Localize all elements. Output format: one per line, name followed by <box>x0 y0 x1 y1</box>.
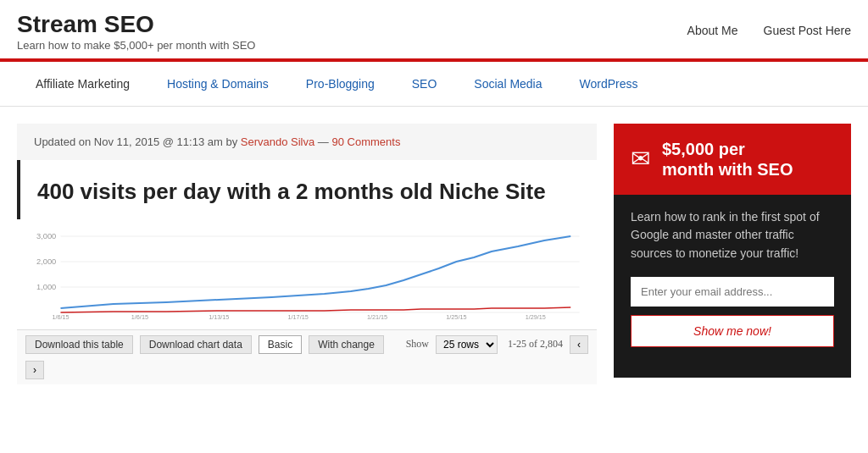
header-navigation: About Me Guest Post Here <box>687 24 851 37</box>
rows-select[interactable]: 25 rows <box>436 335 498 354</box>
main-layout: Updated on Nov 11, 2015 @ 11:13 am by Se… <box>0 107 868 384</box>
main-navigation: Affiliate Marketing Hosting & Domains Pr… <box>0 62 868 107</box>
by-text: by <box>225 135 240 148</box>
chart-range: 1-25 of 2,804 <box>508 338 563 351</box>
svg-text:1,000: 1,000 <box>36 283 56 291</box>
traffic-chart: 3,000 2,000 1,000 1/6/15 1/6/15 1/13/15 … <box>25 228 588 321</box>
download-table-button[interactable]: Download this table <box>25 335 133 354</box>
guest-post-link[interactable]: Guest Post Here <box>764 24 852 37</box>
widget-description: Learn how to rank in the first spot of G… <box>631 208 834 263</box>
widget-header: ✉ $5,000 per month with SEO <box>614 124 851 195</box>
svg-text:1/17/15: 1/17/15 <box>288 314 309 321</box>
download-chart-button[interactable]: Download chart data <box>140 335 252 354</box>
email-input[interactable] <box>631 277 834 307</box>
svg-text:1/13/15: 1/13/15 <box>209 314 229 321</box>
about-me-link[interactable]: About Me <box>687 24 738 37</box>
svg-text:1/29/15: 1/29/15 <box>526 314 546 321</box>
with-change-button[interactable]: With change <box>309 335 384 354</box>
meta-separator: — <box>318 135 332 148</box>
svg-text:1/6/15: 1/6/15 <box>52 314 69 321</box>
nav-hosting-domains[interactable]: Hosting & Domains <box>148 62 287 106</box>
email-widget: ✉ $5,000 per month with SEO Learn how to… <box>614 124 851 378</box>
svg-text:1/25/15: 1/25/15 <box>446 314 466 321</box>
chart-next-button[interactable]: › <box>25 361 44 379</box>
sidebar: ✉ $5,000 per month with SEO Learn how to… <box>614 124 851 384</box>
widget-title: $5,000 per month with SEO <box>662 139 793 180</box>
nav-seo[interactable]: SEO <box>393 62 456 106</box>
chart-area: 3,000 2,000 1,000 1/6/15 1/6/15 1/13/15 … <box>17 219 597 329</box>
envelope-icon: ✉ <box>631 145 650 173</box>
site-branding: Stream SEO Learn how to make $5,000+ per… <box>17 10 255 52</box>
site-title: Stream SEO <box>17 10 255 39</box>
svg-text:2,000: 2,000 <box>36 257 56 266</box>
nav-affiliate-marketing[interactable]: Affiliate Marketing <box>17 62 148 106</box>
site-subtitle: Learn how to make $5,000+ per month with… <box>17 39 255 52</box>
updated-prefix: Updated on <box>34 135 94 148</box>
site-header: Stream SEO Learn how to make $5,000+ per… <box>0 0 868 58</box>
svg-text:3,000: 3,000 <box>36 232 56 240</box>
show-label: Show <box>406 338 429 351</box>
submit-button[interactable]: Show me now! <box>631 315 834 347</box>
nav-social-media[interactable]: Social Media <box>455 62 560 106</box>
article-date: Nov 11, 2015 @ 11:13 am <box>94 135 223 148</box>
article-meta: Updated on Nov 11, 2015 @ 11:13 am by Se… <box>17 124 597 160</box>
basic-button[interactable]: Basic <box>259 335 302 354</box>
comments-link[interactable]: 90 Comments <box>331 135 400 148</box>
author-link[interactable]: Servando Silva <box>241 135 314 148</box>
content-area: Updated on Nov 11, 2015 @ 11:13 am by Se… <box>17 124 597 384</box>
svg-text:1/6/15: 1/6/15 <box>131 314 148 321</box>
nav-wordpress[interactable]: WordPress <box>561 62 657 106</box>
article-title: 400 visits per day with a 2 months old N… <box>17 160 597 219</box>
svg-text:1/21/15: 1/21/15 <box>367 314 387 321</box>
nav-pro-blogging[interactable]: Pro-Blogging <box>287 62 393 106</box>
widget-body: Learn how to rank in the first spot of G… <box>614 195 851 361</box>
chart-controls: Download this table Download chart data … <box>17 329 597 384</box>
chart-prev-button[interactable]: ‹ <box>570 335 588 354</box>
